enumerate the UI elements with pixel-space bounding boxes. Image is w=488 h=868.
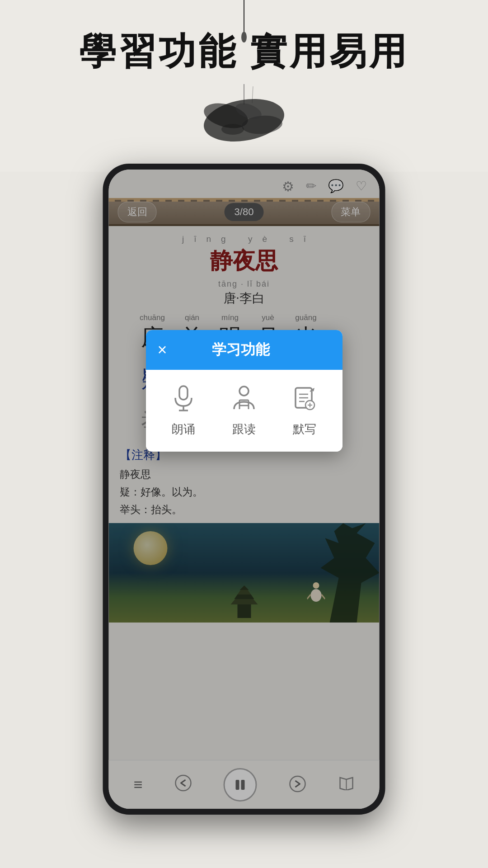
study-functions-modal: × 学习功能 bbox=[146, 330, 343, 452]
follow-read-option[interactable]: 跟读 bbox=[228, 382, 260, 437]
microphone-icon bbox=[167, 382, 200, 415]
modal-close-button[interactable]: × bbox=[158, 342, 167, 358]
top-decoration-area: 學習功能 實用易用 bbox=[0, 0, 488, 172]
recitation-option[interactable]: 朗诵 bbox=[167, 382, 200, 437]
svg-point-1 bbox=[241, 32, 247, 42]
dictation-label: 默写 bbox=[293, 421, 316, 437]
dictation-option[interactable]: 默写 bbox=[288, 382, 321, 437]
ink-blob-icon bbox=[190, 84, 298, 147]
modal-overlay[interactable] bbox=[109, 170, 380, 809]
modal-header: × 学习功能 bbox=[146, 330, 343, 370]
svg-rect-18 bbox=[179, 386, 188, 400]
phone-frame: ⚙ ✏ 💬 ♡ 返回 3/80 菜单 jīng yè sī 静夜思 bbox=[103, 164, 385, 815]
svg-point-21 bbox=[239, 387, 249, 396]
ink-drop-top-icon bbox=[230, 0, 258, 50]
dictation-icon bbox=[288, 382, 321, 415]
phone-screen: ⚙ ✏ 💬 ♡ 返回 3/80 菜单 jīng yè sī 静夜思 bbox=[109, 170, 380, 809]
svg-point-6 bbox=[221, 124, 244, 135]
modal-title: 学习功能 bbox=[167, 340, 314, 360]
modal-body: 朗诵 跟读 bbox=[146, 370, 343, 452]
recitation-label: 朗诵 bbox=[172, 421, 195, 437]
follow-read-icon bbox=[228, 382, 260, 415]
follow-read-label: 跟读 bbox=[232, 421, 256, 437]
